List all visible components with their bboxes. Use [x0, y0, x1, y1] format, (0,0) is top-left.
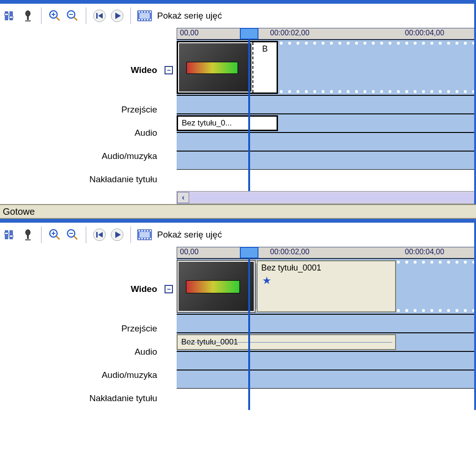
svg-rect-20 [139, 13, 150, 19]
svg-line-39 [56, 236, 60, 239]
svg-rect-54 [144, 230, 145, 231]
svg-rect-2 [5, 13, 8, 15]
show-storyboard-button[interactable]: Pokaż serię ujęć [137, 9, 222, 23]
ruler-time-2: 00:00:04,00 [405, 29, 444, 37]
audio-clip-label: Bez tytułu_0... [182, 119, 232, 128]
video-track[interactable]: Bez tytułu_0001 ★ [177, 258, 476, 314]
svg-rect-28 [144, 19, 145, 20]
svg-rect-22 [141, 11, 143, 13]
svg-rect-24 [147, 11, 148, 13]
audio-track[interactable]: Bez tytułu_0... [177, 114, 476, 132]
ruler-time-1: 00:00:02,00 [270, 29, 310, 37]
audio-clip[interactable]: Bez tytułu_0001 [177, 334, 396, 350]
svg-rect-57 [139, 238, 140, 239]
levels-icon[interactable] [3, 8, 18, 23]
svg-line-12 [74, 17, 77, 20]
toolbar: Pokaż serię ujęć [0, 4, 476, 28]
svg-rect-56 [150, 230, 151, 231]
svg-rect-60 [147, 238, 148, 239]
zoom-out-icon[interactable] [65, 8, 80, 23]
svg-rect-59 [144, 238, 145, 239]
zoom-in-icon[interactable] [47, 8, 62, 23]
svg-rect-5 [27, 16, 29, 20]
play-icon[interactable] [110, 227, 125, 242]
playhead-line[interactable] [248, 40, 250, 191]
status-text: Gotowe [3, 206, 35, 217]
zoom-out-icon[interactable] [65, 227, 80, 242]
svg-rect-23 [144, 11, 145, 13]
horizontal-scrollbar[interactable]: ‹ [177, 191, 476, 204]
show-storyboard-button[interactable]: Pokaż serię ujęć [137, 228, 222, 242]
collapse-video-button[interactable]: − [165, 285, 173, 293]
video-clip[interactable] [177, 260, 256, 313]
svg-rect-26 [139, 19, 140, 20]
microphone-icon[interactable] [20, 8, 35, 23]
audiomusic-track[interactable] [177, 351, 476, 370]
ruler-time-0: 00,00 [180, 29, 198, 37]
svg-rect-29 [147, 19, 148, 20]
show-storyboard-label: Pokaż serię ujęć [157, 11, 222, 21]
svg-rect-31 [5, 231, 8, 239]
video-clip[interactable]: B [177, 41, 278, 94]
transition-track[interactable] [177, 95, 476, 114]
playhead-marker[interactable] [240, 28, 258, 40]
status-bar: Gotowe [0, 204, 476, 219]
audiomusic-track[interactable] [177, 132, 476, 151]
track-label-audio: Audio [0, 340, 177, 364]
toolbar: Pokaż serię ujęć [0, 223, 476, 247]
titleoverlay-track[interactable] [177, 151, 476, 170]
audio-clip[interactable]: Bez tytułu_0... [177, 115, 278, 131]
svg-rect-58 [141, 238, 143, 239]
svg-rect-30 [150, 19, 151, 20]
svg-rect-21 [139, 11, 140, 13]
track-label-titleoverlay: Nakładanie tytułu [0, 168, 177, 191]
titleoverlay-track[interactable] [177, 370, 476, 389]
svg-rect-0 [5, 12, 8, 20]
svg-rect-25 [150, 11, 151, 13]
audio-track[interactable]: Bez tytułu_0001 [177, 333, 476, 351]
microphone-icon[interactable] [20, 227, 35, 242]
track-label-video: Wideo − [0, 42, 177, 98]
clip-thumbnail [178, 262, 254, 311]
rewind-icon[interactable] [92, 227, 107, 242]
transition-track[interactable] [177, 314, 476, 333]
svg-line-8 [56, 17, 60, 20]
timeline-ruler[interactable]: 00,00 00:00:02,00 00:00:04,00 [177, 247, 476, 258]
clip-thumbnail [179, 43, 251, 92]
scroll-thumb[interactable] [191, 193, 474, 202]
svg-rect-15 [96, 13, 98, 19]
svg-rect-52 [139, 230, 140, 231]
track-label-video: Wideo − [0, 261, 177, 317]
star-icon: ★ [262, 275, 395, 287]
svg-rect-32 [10, 231, 13, 239]
video-clip-tooltip[interactable]: Bez tytułu_0001 ★ [257, 260, 396, 312]
clip-name-label: Bez tytułu_0001 [258, 261, 395, 275]
play-icon[interactable] [110, 8, 125, 23]
track-label-audiomusic: Audio/muzyka [0, 364, 177, 387]
film-icon [137, 228, 152, 242]
svg-rect-33 [5, 232, 8, 234]
collapse-video-button[interactable]: − [165, 66, 173, 74]
svg-rect-1 [10, 12, 13, 20]
svg-rect-55 [147, 230, 148, 231]
rewind-icon[interactable] [92, 8, 107, 23]
track-label-audio: Audio [0, 121, 177, 145]
svg-rect-27 [141, 19, 143, 20]
video-track[interactable]: B [177, 40, 476, 95]
track-label-transition: Przejście [0, 98, 177, 121]
timeline-ruler[interactable]: 00,00 00:00:02,00 00:00:04,00 [177, 28, 476, 40]
svg-rect-46 [96, 232, 98, 238]
svg-point-4 [26, 11, 30, 16]
track-label-transition: Przejście [0, 317, 177, 340]
svg-line-43 [74, 236, 77, 239]
playhead-line[interactable] [248, 258, 250, 410]
playhead-marker[interactable] [240, 247, 258, 258]
levels-icon[interactable] [3, 227, 18, 242]
show-storyboard-label: Pokaż serię ujęć [157, 230, 222, 240]
clip-short-label: B [252, 42, 277, 93]
track-label-titleoverlay: Nakładanie tytułu [0, 387, 177, 410]
track-label-audiomusic: Audio/muzyka [0, 145, 177, 168]
zoom-in-icon[interactable] [47, 227, 62, 242]
svg-point-35 [26, 230, 30, 235]
scroll-left-icon[interactable]: ‹ [177, 192, 189, 203]
